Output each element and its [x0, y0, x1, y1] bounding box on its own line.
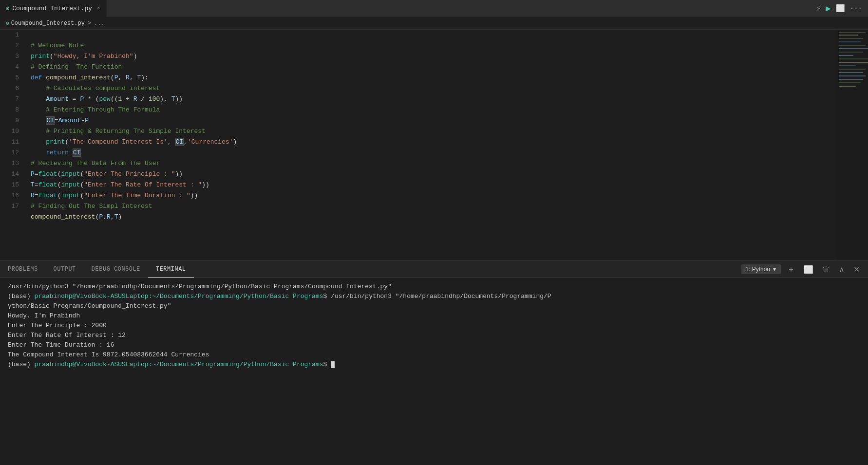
breadcrumb-filename[interactable]: Coumpound_Interest.py — [11, 20, 85, 27]
layout-icon[interactable]: ⬜ — [836, 4, 845, 13]
svg-rect-16 — [839, 86, 856, 87]
active-tab[interactable]: ⚙ Coumpound_Interest.py × — [0, 0, 107, 17]
terminal-dropdown-label: 1: Python — [745, 266, 770, 273]
panel-tabs: PROBLEMS OUTPUT DEBUG CONSOLE TERMINAL 1… — [0, 261, 868, 278]
svg-rect-11 — [839, 69, 866, 70]
line-numbers: 1 2 3 4 5 6 7 8 9 10 11 12 13 14 15 16 1… — [0, 30, 27, 260]
tab-filename: Coumpound_Interest.py — [12, 5, 92, 12]
breadcrumb: ⚙ Coumpound_Interest.py > ... — [0, 17, 868, 30]
svg-rect-5 — [839, 48, 868, 49]
svg-rect-14 — [839, 79, 863, 80]
terminal-line-4: Howdy, I'm Prabindh — [8, 311, 860, 321]
svg-rect-8 — [839, 58, 868, 59]
chevron-down-icon: ▾ — [773, 266, 776, 273]
editor-area: 1 2 3 4 5 6 7 8 9 10 11 12 13 14 15 16 1… — [0, 30, 868, 260]
svg-rect-7 — [839, 55, 853, 56]
terminal-line-7: Enter The Time Duration : 16 — [8, 340, 860, 350]
terminal-cursor — [331, 361, 335, 368]
svg-rect-1 — [839, 35, 858, 36]
panel-area: PROBLEMS OUTPUT DEBUG CONSOLE TERMINAL 1… — [0, 260, 868, 465]
tab-bar-right: ⚡ ▶ ⬜ ··· — [816, 3, 868, 14]
tab-problems[interactable]: PROBLEMS — [0, 261, 46, 278]
svg-rect-3 — [839, 41, 861, 42]
terminal-line-8: The Compound Interest Is 9872.0540836626… — [8, 350, 860, 360]
svg-rect-10 — [839, 65, 856, 66]
breadcrumb-file-icon: ⚙ — [6, 20, 9, 26]
svg-rect-6 — [839, 52, 863, 53]
maximize-panel-button[interactable]: ∧ — [836, 264, 847, 275]
panel-tabs-left: PROBLEMS OUTPUT DEBUG CONSOLE TERMINAL — [0, 261, 194, 278]
svg-rect-15 — [839, 82, 861, 83]
run-icon[interactable]: ▶ — [826, 3, 831, 14]
svg-rect-12 — [839, 72, 863, 73]
tab-bar-left: ⚙ Coumpound_Interest.py × — [0, 0, 107, 17]
add-terminal-button[interactable]: ＋ — [785, 263, 797, 276]
tab-close-icon[interactable]: × — [97, 5, 100, 11]
tab-bar: ⚙ Coumpound_Interest.py × ⚡ ▶ ⬜ ··· — [0, 0, 868, 17]
tab-output[interactable]: OUTPUT — [46, 261, 84, 278]
terminal-line-9: (base) praabindhp@VivoBook-ASUSLaptop:~/… — [8, 360, 860, 370]
svg-rect-9 — [839, 62, 868, 63]
close-panel-button[interactable]: ✕ — [851, 264, 862, 275]
terminal-line-3: ython/Basic Programs/Coumpound_Interest.… — [8, 301, 860, 311]
split-terminal-button[interactable]: ⬜ — [801, 264, 816, 275]
terminal-content[interactable]: /usr/bin/python3 "/home/praabindhp/Docum… — [0, 278, 868, 465]
terminal-line-5: Enter The Principle : 2000 — [8, 321, 860, 331]
terminal-dropdown[interactable]: 1: Python ▾ — [741, 264, 781, 274]
panel-tabs-right: 1: Python ▾ ＋ ⬜ 🗑 ∧ ✕ — [741, 263, 868, 276]
svg-rect-4 — [839, 45, 866, 46]
minimap[interactable] — [836, 30, 868, 260]
terminal-line-1: /usr/bin/python3 "/home/praabindhp/Docum… — [8, 282, 860, 292]
svg-rect-0 — [839, 32, 866, 33]
tab-terminal[interactable]: TERMINAL — [148, 261, 194, 278]
breadcrumb-separator: > — [88, 20, 91, 27]
breadcrumb-dots[interactable]: ... — [94, 20, 105, 27]
svg-rect-13 — [839, 75, 866, 76]
terminal-line-2: (base) praabindhp@VivoBook-ASUSLaptop:~/… — [8, 292, 860, 301]
code-editor[interactable]: # Welcome Note print("Howdy, I'm Prabind… — [27, 30, 868, 260]
svg-rect-2 — [839, 38, 863, 39]
terminal-line-6: Enter The Rate Of Interest : 12 — [8, 331, 860, 340]
tab-debug-console[interactable]: DEBUG CONSOLE — [84, 261, 148, 278]
broadcast-icon[interactable]: ⚡ — [816, 3, 821, 13]
delete-terminal-button[interactable]: 🗑 — [820, 264, 832, 275]
more-actions-icon[interactable]: ··· — [850, 4, 862, 12]
code-container[interactable]: 1 2 3 4 5 6 7 8 9 10 11 12 13 14 15 16 1… — [0, 30, 868, 260]
tab-file-icon: ⚙ — [6, 5, 9, 12]
